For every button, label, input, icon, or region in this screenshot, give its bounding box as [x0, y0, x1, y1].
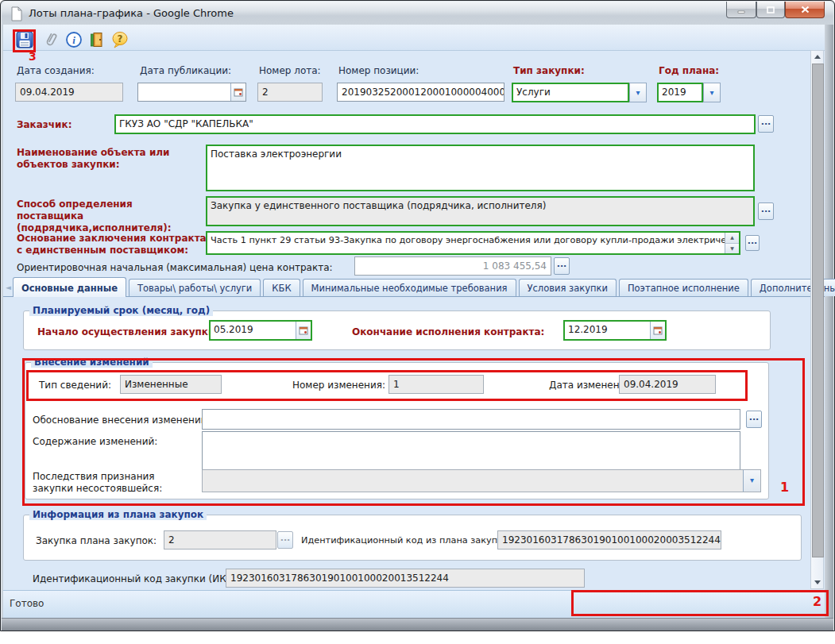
tab-kbk[interactable]: КБК: [263, 279, 300, 296]
contract-basis-picker-button[interactable]: ...: [745, 235, 760, 251]
plan-year-select[interactable]: 2019: [657, 83, 703, 102]
close-button[interactable]: [785, 2, 825, 18]
exit-button[interactable]: [87, 30, 106, 49]
tab-purchase-conditions[interactable]: Условия закупки: [519, 279, 617, 296]
publication-date-label: Дата публикации:: [140, 65, 231, 76]
publication-date-field[interactable]: [137, 83, 246, 102]
supplier-method-label: Способ определения поставщика (подрядчик…: [17, 199, 201, 234]
tab-main-data[interactable]: Основные данные: [13, 277, 126, 297]
ikz-field: 192301603178630190100100020013512244: [226, 569, 585, 588]
annotation-label-1: 1: [780, 480, 789, 495]
close-icon: [801, 6, 810, 13]
max-price-field: 1 083 455,54: [354, 256, 551, 276]
justification-picker-button[interactable]: ...: [746, 411, 762, 428]
max-price-label: Ориентировочная начальная (максимальная)…: [17, 262, 333, 273]
spinner-down-icon: ▼: [725, 243, 739, 254]
consequences-dropdown-button[interactable]: ▾: [743, 470, 760, 492]
tab-minimal-requirements[interactable]: Минимальные необходимые требования: [303, 279, 516, 296]
purchase-type-dropdown-button[interactable]: ▾: [629, 83, 647, 102]
scroll-up-button[interactable]: [811, 51, 823, 63]
planned-period-legend: Планируемый срок (месяц, год): [29, 305, 213, 316]
lot-number-field: 2: [257, 83, 323, 102]
bottom-frame: [2, 618, 833, 631]
purchase-start-label: Начало осуществления закупки:: [37, 326, 218, 337]
minimize-icon: [737, 6, 745, 13]
status-text: Готово: [10, 598, 44, 609]
info-button[interactable]: i: [64, 30, 83, 49]
change-number-label: Номер изменения:: [292, 380, 385, 391]
object-name-label: Наименование объекта или объектов закупк…: [17, 147, 195, 171]
purchase-type-label: Тип закупки:: [513, 65, 585, 76]
calendar-icon: [653, 326, 663, 335]
save-icon: [15, 30, 34, 49]
svg-text:i: i: [72, 34, 75, 46]
contract-basis-label: Основание заключения контракта с единств…: [17, 233, 207, 256]
scrollbar-thumb[interactable]: [812, 64, 824, 557]
justification-field[interactable]: [202, 409, 740, 430]
changes-legend: Внесение изменений: [31, 357, 153, 368]
tab-staged-execution[interactable]: Поэтапное исполнение: [619, 279, 748, 296]
help-icon: ?: [110, 30, 130, 49]
arrow-up-icon: [814, 55, 821, 59]
calendar-icon: [234, 87, 243, 97]
max-price-picker-button[interactable]: ...: [554, 257, 570, 275]
tab-bar: ◄ Основные данные Товары\ работы\ услуги…: [3, 277, 825, 297]
chevron-down-icon: ▾: [750, 476, 754, 484]
info-type-label: Тип сведений:: [39, 380, 111, 391]
titlebar: Лоты плана-графика - Google Chrome: [2, 2, 833, 25]
justification-label: Обоснование внесения изменений:: [33, 415, 211, 426]
publication-date-calendar-button[interactable]: [230, 83, 245, 101]
supplier-method-picker-button[interactable]: ...: [758, 202, 774, 220]
change-number-field: 1: [389, 375, 484, 394]
help-button[interactable]: ?: [110, 30, 130, 49]
toolbar: i ?: [3, 25, 825, 51]
status-bar: Готово: [3, 590, 825, 618]
plan-purchase-picker-button[interactable]: ...: [277, 531, 293, 549]
arrow-left-icon: ◄: [6, 283, 11, 291]
annotation-label-2: 2: [813, 594, 821, 609]
contract-basis-field[interactable]: Часть 1 пункт 29 статьи 93-Закупка по до…: [206, 231, 740, 255]
right-frame: [825, 25, 833, 618]
tab-goods-works-services[interactable]: Товары\ работы\ услуги: [129, 279, 261, 296]
minimize-button[interactable]: [726, 2, 756, 18]
maximize-button[interactable]: [756, 2, 785, 18]
vertical-scrollbar[interactable]: [810, 50, 824, 589]
contract-end-calendar-button[interactable]: [650, 322, 665, 339]
customer-picker-button[interactable]: ...: [758, 115, 774, 133]
plan-purchase-field: 2: [164, 530, 276, 550]
app-window: Лоты плана-графика - Google Chrome: [0, 0, 835, 631]
exit-door-icon: [87, 30, 106, 49]
customer-field[interactable]: ГКУЗ АО "СДР "КАПЕЛЬКА": [114, 114, 756, 134]
purchase-start-field[interactable]: 05.2019: [209, 320, 312, 341]
position-number-field[interactable]: 2019032520001200010000040001: [337, 83, 504, 102]
info-icon: i: [64, 30, 83, 49]
supplier-method-field: Закупка у единственного поставщика (подр…: [206, 196, 755, 226]
document-icon: [10, 6, 23, 24]
change-content-label: Содержание изменений:: [33, 436, 157, 447]
position-number-label: Номер позиции:: [338, 65, 419, 76]
plan-year-dropdown-button[interactable]: ▾: [703, 83, 721, 102]
paperclip-icon: [41, 30, 60, 49]
scroll-down-button[interactable]: [811, 577, 823, 588]
tabs-scroll-left-button[interactable]: ◄: [6, 280, 11, 295]
info-type-field: Измененные: [120, 375, 222, 394]
consequences-select[interactable]: [202, 469, 761, 492]
customer-label: Заказчик:: [17, 119, 72, 130]
creation-date-field: 09.04.2019: [15, 83, 123, 102]
annotation-label-3: 3: [29, 50, 37, 63]
contract-end-field[interactable]: 12.2019: [563, 320, 667, 341]
purchase-start-calendar-button[interactable]: [296, 322, 311, 339]
purchase-type-select[interactable]: Услуги: [512, 83, 629, 102]
consequences-label: Последствия признания закупки несостоявш…: [33, 471, 195, 495]
attach-button[interactable]: [41, 30, 60, 49]
window-controls: [726, 2, 825, 18]
save-button[interactable]: [15, 30, 34, 49]
chevron-down-icon: ▾: [709, 88, 713, 97]
plan-info-legend: Информация из плана закупок: [29, 509, 207, 520]
object-name-field[interactable]: Поставка электроэнергии: [206, 145, 755, 191]
contract-basis-spinner[interactable]: ▲ ▼: [725, 233, 739, 253]
change-date-field: 09.04.2019: [619, 375, 716, 394]
chevron-down-icon: ▾: [636, 88, 640, 97]
plan-id-code-label: Идентификационный код из плана закупок:: [301, 535, 512, 546]
arrow-down-icon: [814, 580, 821, 584]
